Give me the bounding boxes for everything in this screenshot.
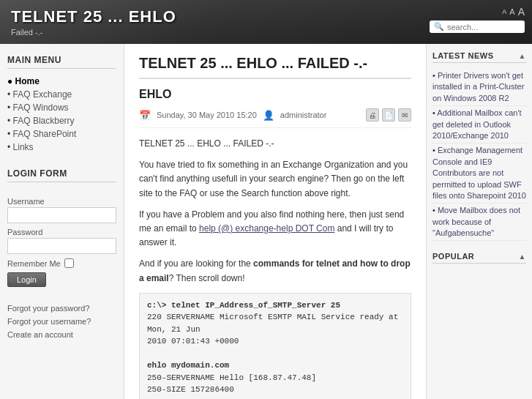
news-link-3[interactable]: Move Mailbox does not work because of "A… xyxy=(432,206,520,237)
code-block: c:\> telnet IP_Address_of_SMTP_Server 25… xyxy=(139,293,411,399)
sidebar-footer-link-create-account[interactable]: Create an account xyxy=(7,328,116,341)
code-250-1: 250-SERVERNAME Hello [168.87.47.48] xyxy=(147,372,403,384)
latest-news-title: LATEST NEWS ▲ xyxy=(432,51,526,63)
calendar-icon: 📅 xyxy=(139,110,151,121)
site-header: TELNET 25 ... EHLO Failed -.- A A A 🔍 xyxy=(0,0,532,44)
login-form: Username Password Remember Me Login xyxy=(7,197,116,287)
font-small-button[interactable]: A xyxy=(502,6,506,18)
main-menu: ● Home FAQ Exchange FAQ Windows FAQ Blac… xyxy=(7,75,116,154)
username-label: Username xyxy=(7,197,116,206)
header-right-controls: A A A 🔍 xyxy=(430,6,525,33)
sidebar-link-faq-blackberry[interactable]: FAQ Blackberry xyxy=(13,116,75,126)
article-para4: And if you are looking for the commands … xyxy=(139,257,411,285)
code-line2: 2010 07:01:43 +0000 xyxy=(147,335,403,348)
para4-prefix: And if you are looking for the xyxy=(139,258,253,269)
popular-arrow: ▲ xyxy=(519,253,526,261)
sidebar-item-label: ● Home xyxy=(7,76,40,86)
article-author: administrator xyxy=(280,111,327,119)
news-link-2[interactable]: Exchange Management Console and IE9 Cont… xyxy=(432,146,526,200)
main-content: TELNET 25 ... EHLO ... FAILED -.- EHLO 📅… xyxy=(124,44,426,399)
main-menu-title: MAIN MENU xyxy=(7,55,116,69)
font-size-controls: A A A xyxy=(502,6,525,18)
sidebar-item-faq-exchange[interactable]: FAQ Exchange xyxy=(7,88,116,101)
code-250-2: 250-SIZE 157286400 xyxy=(147,384,403,396)
password-label: Password xyxy=(7,228,116,236)
email-icon[interactable]: ✉ xyxy=(398,108,411,122)
latest-news-label: LATEST NEWS xyxy=(432,51,494,60)
search-icon: 🔍 xyxy=(434,22,444,31)
news-item-2[interactable]: Exchange Management Console and IE9 Cont… xyxy=(432,143,526,204)
news-link-0[interactable]: Printer Drivers won't get installed in a… xyxy=(432,71,524,102)
para4-suffix: ? Then scroll down! xyxy=(169,273,245,283)
remember-me-label: Remember Me xyxy=(7,259,61,268)
code-line1: 220 SERVERNAME Microsoft ESMTP MAIL Serv… xyxy=(147,311,403,335)
article-action-icons: 🖨 📄 ✉ xyxy=(366,108,411,122)
sidebar-link-links[interactable]: Links xyxy=(13,142,34,152)
font-large-button[interactable]: A xyxy=(518,6,525,18)
news-item-1[interactable]: Additional Mailbox can't get deleted in … xyxy=(432,106,526,143)
article-para1: TELNET 25 ... EHLO ... FAILED -.- xyxy=(139,137,411,151)
forgot-password-link[interactable]: Forgot your password? xyxy=(7,304,90,313)
remember-me-checkbox[interactable] xyxy=(64,258,74,268)
article-body: TELNET 25 ... EHLO ... FAILED -.- You ha… xyxy=(139,137,411,399)
username-input[interactable] xyxy=(7,207,116,223)
sidebar-item-home[interactable]: ● Home xyxy=(7,75,116,88)
right-sidebar: LATEST NEWS ▲ Printer Drivers won't get … xyxy=(426,44,532,399)
email-link[interactable]: help (@) exchange-help DOT Com xyxy=(199,223,334,234)
sidebar-footer-links: Forgot your password? Forgot your userna… xyxy=(7,302,116,341)
forgot-username-link[interactable]: Forgot your username? xyxy=(7,317,91,326)
create-account-link[interactable]: Create an account xyxy=(7,330,73,339)
remember-me-row: Remember Me xyxy=(7,258,116,268)
sidebar-item-faq-windows[interactable]: FAQ Windows xyxy=(7,101,116,114)
article-subtitle: EHLO xyxy=(139,88,411,101)
code-250-3: 250-PIPELINING xyxy=(147,396,403,399)
news-item-0[interactable]: Printer Drivers won't get installed in a… xyxy=(432,69,526,106)
article-meta: 📅 Sunday, 30 May 2010 15:20 👤 administra… xyxy=(139,108,411,128)
sidebar-link-faq-sharepoint[interactable]: FAQ SharePoint xyxy=(13,129,77,139)
sidebar-item-links[interactable]: Links xyxy=(7,141,116,154)
code-line3 xyxy=(147,348,403,360)
news-list: Printer Drivers won't get installed in a… xyxy=(432,69,526,241)
search-input[interactable] xyxy=(447,23,520,31)
font-medium-button[interactable]: A xyxy=(509,6,514,18)
pdf-icon[interactable]: 📄 xyxy=(382,108,395,122)
popular-title: POPULAR ▲ xyxy=(432,252,526,264)
news-link-1[interactable]: Additional Mailbox can't get deleted in … xyxy=(432,108,522,140)
sidebar-footer-link-forgot-password[interactable]: Forgot your password? xyxy=(7,302,116,315)
news-item-3[interactable]: Move Mailbox does not work because of "A… xyxy=(432,204,526,241)
login-button[interactable]: Login xyxy=(7,272,46,287)
article-para3: If you have a Problem and you also find … xyxy=(139,208,411,250)
user-icon: 👤 xyxy=(263,110,274,121)
sidebar-footer-link-forgot-username[interactable]: Forgot your username? xyxy=(7,315,116,328)
sidebar-item-faq-blackberry[interactable]: FAQ Blackberry xyxy=(7,114,116,127)
code-ehlo: ehlo mydomain.com xyxy=(147,359,403,372)
sidebar-link-faq-windows[interactable]: FAQ Windows xyxy=(13,102,69,113)
login-form-title: LOGIN FORM xyxy=(7,168,116,182)
left-sidebar: MAIN MENU ● Home FAQ Exchange FAQ Window… xyxy=(0,44,124,399)
page-wrapper: MAIN MENU ● Home FAQ Exchange FAQ Window… xyxy=(0,44,532,399)
code-cmd: c:\> telnet IP_Address_of_SMTP_Server 25 xyxy=(147,299,403,312)
article-date: Sunday, 30 May 2010 15:20 xyxy=(157,111,257,119)
sidebar-item-faq-sharepoint[interactable]: FAQ SharePoint xyxy=(7,127,116,141)
password-input[interactable] xyxy=(7,238,116,254)
latest-news-arrow: ▲ xyxy=(519,52,526,60)
search-box: 🔍 xyxy=(430,20,525,33)
print-icon[interactable]: 🖨 xyxy=(366,108,379,122)
article-title: TELNET 25 ... EHLO ... FAILED -.- xyxy=(139,55,411,79)
article-para2: You have tried to fix something in an Ex… xyxy=(139,158,411,201)
sidebar-link-faq-exchange[interactable]: FAQ Exchange xyxy=(13,89,72,100)
popular-label: POPULAR xyxy=(432,252,474,261)
